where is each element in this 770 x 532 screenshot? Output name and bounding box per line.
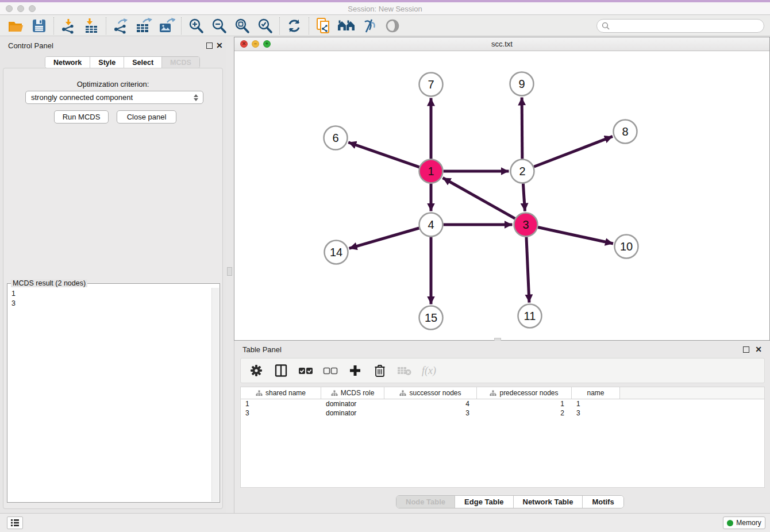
column-header-predecessor-nodes[interactable]: predecessor nodes <box>477 387 572 399</box>
run-mcds-button[interactable]: Run MCDS <box>54 110 109 124</box>
node-1[interactable]: 1 <box>419 160 443 183</box>
column-header-successor-nodes[interactable]: successor nodes <box>384 387 477 399</box>
zoom-in-button[interactable] <box>184 17 207 35</box>
edge-3-11[interactable] <box>526 237 529 302</box>
cell-predecessor-nodes[interactable]: 2 <box>477 408 572 418</box>
table-row[interactable]: 1dominator411 <box>241 399 764 408</box>
column-type-icon <box>490 390 496 396</box>
zoom-selected-button[interactable] <box>253 17 276 35</box>
node-10[interactable]: 10 <box>615 235 638 259</box>
network-canvas[interactable]: 7968124314101511 <box>234 52 769 340</box>
hide-graphics-details-button[interactable] <box>358 17 381 35</box>
node-3[interactable]: 3 <box>514 213 538 237</box>
cell-MCDS-role[interactable]: dominator <box>321 408 384 418</box>
column-header-shared-name[interactable]: shared name <box>241 387 321 399</box>
tab-style[interactable]: Style <box>90 57 124 68</box>
export-table-button[interactable] <box>132 17 155 35</box>
trash-icon <box>374 364 386 377</box>
function-builder-button[interactable]: f(x) <box>422 363 436 378</box>
node-label: 8 <box>622 125 628 138</box>
node-6[interactable]: 6 <box>324 126 348 150</box>
node-4[interactable]: 4 <box>419 213 443 237</box>
column-header-MCDS-role[interactable]: MCDS role <box>321 387 384 399</box>
float-panel-icon[interactable] <box>206 43 213 49</box>
zoom-fit-button[interactable] <box>230 17 253 35</box>
edge-3-1[interactable] <box>442 178 515 219</box>
cell-shared-name[interactable]: 3 <box>241 408 321 418</box>
tab-network-table[interactable]: Network Table <box>514 496 583 508</box>
column-header-name[interactable]: name <box>572 387 620 399</box>
node-11[interactable]: 11 <box>518 304 542 328</box>
cell-successor-nodes[interactable]: 4 <box>384 399 477 408</box>
close-table-panel-icon[interactable]: ✕ <box>755 345 762 354</box>
optimization-criterion-select[interactable]: strongly connected component <box>25 91 203 104</box>
tab-node-table[interactable]: Node Table <box>396 496 455 508</box>
apply-layout-button[interactable] <box>335 17 358 35</box>
vertical-split-handle[interactable] <box>227 267 232 276</box>
export-image-button[interactable] <box>155 17 178 35</box>
node-8[interactable]: 8 <box>614 120 637 144</box>
memory-status-icon <box>727 520 733 526</box>
clone-network-button[interactable] <box>312 17 335 35</box>
refresh-view-button[interactable] <box>283 17 306 35</box>
search-input[interactable] <box>610 21 764 31</box>
birdseye-view-button[interactable] <box>381 17 404 35</box>
float-table-panel-icon[interactable] <box>743 346 749 353</box>
network-frame-titlebar[interactable]: ✕ − + scc.txt <box>234 37 769 51</box>
edge-1-6[interactable] <box>348 142 419 167</box>
edge-2-8[interactable] <box>534 136 613 167</box>
save-session-button[interactable] <box>28 17 51 35</box>
table-options-button[interactable] <box>249 363 264 378</box>
node-table[interactable]: shared nameMCDS rolesuccessor nodesprede… <box>240 387 765 488</box>
delete-columns-button[interactable] <box>372 363 387 378</box>
select-all-columns-button[interactable] <box>298 363 313 378</box>
cell-name[interactable]: 1 <box>572 399 620 408</box>
node-15[interactable]: 15 <box>419 306 443 330</box>
node-9[interactable]: 9 <box>510 72 534 96</box>
add-column-button[interactable] <box>348 363 363 378</box>
fx-icon: f(x) <box>422 365 436 377</box>
cell-name[interactable]: 3 <box>572 408 620 418</box>
zoom-selected-icon <box>257 18 273 34</box>
unselect-all-columns-button[interactable] <box>323 363 338 378</box>
node-label: 7 <box>428 78 434 91</box>
tab-mcds[interactable]: MCDS <box>162 57 199 68</box>
table-panel: Table Panel ✕ f(x) shared nameMCDS roles <box>234 341 770 513</box>
task-history-button[interactable] <box>7 516 23 529</box>
edge-2-9[interactable] <box>522 97 522 159</box>
memory-button[interactable]: Memory <box>723 516 765 529</box>
open-session-button[interactable] <box>5 17 28 35</box>
memory-label: Memory <box>736 519 761 527</box>
node-7[interactable]: 7 <box>419 73 443 97</box>
close-panel-button[interactable]: Close panel <box>117 110 176 124</box>
cell-MCDS-role[interactable]: dominator <box>321 399 384 408</box>
show-columns-button[interactable] <box>274 363 288 378</box>
mcds-result-list[interactable]: 13 <box>8 288 211 502</box>
edge-2-3[interactable] <box>523 183 525 211</box>
toolbar-separator <box>309 17 309 34</box>
close-panel-icon[interactable]: ✕ <box>216 41 223 50</box>
network-graph[interactable]: 7968124314101511 <box>234 52 769 340</box>
node-2[interactable]: 2 <box>511 160 534 183</box>
table-row[interactable]: 3dominator323 <box>241 408 764 418</box>
tab-select[interactable]: Select <box>124 57 162 68</box>
header-filler <box>620 387 764 399</box>
column-type-icon <box>256 390 263 396</box>
import-table-button[interactable] <box>80 17 103 35</box>
search-field[interactable] <box>596 19 764 33</box>
result-scrollbar[interactable] <box>211 288 219 502</box>
tab-edge-table[interactable]: Edge Table <box>455 496 513 508</box>
import-network-button[interactable] <box>57 17 80 35</box>
edge-3-10[interactable] <box>538 228 613 244</box>
tab-motifs[interactable]: Motifs <box>583 496 623 508</box>
node-label: 4 <box>428 218 434 231</box>
export-network-button[interactable] <box>109 17 132 35</box>
zoom-out-button[interactable] <box>207 17 230 35</box>
tab-network[interactable]: Network <box>45 57 90 68</box>
cell-predecessor-nodes[interactable]: 1 <box>477 399 572 408</box>
cell-shared-name[interactable]: 1 <box>241 399 321 408</box>
delete-table-button[interactable] <box>397 363 412 378</box>
edge-4-14[interactable] <box>349 228 419 248</box>
node-14[interactable]: 14 <box>325 241 348 264</box>
cell-successor-nodes[interactable]: 3 <box>384 408 477 418</box>
